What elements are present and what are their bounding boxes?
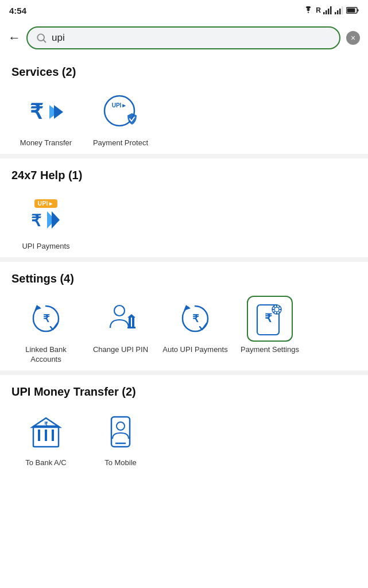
svg-rect-7 [342,6,343,14]
payment-protect-icon-box: UPI► [98,89,144,135]
to-bank-icon-box: ₹ [23,409,69,455]
signal2-icon [335,6,344,14]
change-upi-pin-label: Change UPI PIN [93,345,148,355]
change-upi-pin-svg [102,301,139,336]
settings-section: Settings (4) ₹ Linked Bank Accounts [0,262,368,370]
back-button[interactable]: ← [8,30,21,45]
svg-rect-26 [127,327,135,328]
payment-settings-label: Payment Settings [241,345,299,355]
svg-text:UPI►: UPI► [112,102,127,109]
svg-rect-6 [339,9,341,14]
money-transfer-item[interactable]: ₹ Money Transfer [11,89,80,148]
upi-payments-item[interactable]: UPI► ₹ UPI Payments [11,192,80,252]
svg-marker-20 [52,211,60,229]
upi-payments-icon: UPI► ₹ [31,199,61,231]
svg-rect-46 [52,430,54,441]
svg-rect-2 [328,9,330,14]
payment-protect-svg: UPI► [102,95,139,129]
auto-upi-icon-box: ₹ [172,296,218,342]
svg-text:₹: ₹ [44,421,48,427]
svg-rect-4 [335,12,336,14]
help-grid: UPI► ₹ UPI Payments [11,192,357,252]
to-bank-label: To Bank A/C [25,458,67,468]
money-transfer-icon-box: ₹ [23,89,69,135]
svg-text:₹: ₹ [43,313,50,324]
svg-rect-9 [358,9,359,11]
divider-3 [0,370,368,375]
status-icons: R [303,6,359,14]
divider-2 [0,257,368,262]
auto-upi-item[interactable]: ₹ Auto UPI Payments [161,296,230,365]
help-title: 24x7 Help (1) [11,169,357,182]
svg-point-23 [114,305,125,316]
services-title: Services (2) [11,65,357,79]
to-bank-item[interactable]: ₹ To Bank A/C [11,409,80,468]
payment-protect-item[interactable]: UPI► Payment Protect [86,89,155,148]
to-mobile-svg [102,413,139,450]
upi-money-section: UPI Money Transfer (2) ₹ To Bank A/C [0,375,368,474]
svg-rect-45 [45,430,47,441]
svg-point-49 [117,422,125,430]
to-mobile-icon-box [98,409,144,455]
services-section: Services (2) ₹ Money Transfer [0,55,368,154]
svg-line-12 [44,40,46,42]
change-upi-pin-item[interactable]: Change UPI PIN [86,296,155,365]
upi-badge: UPI► [34,199,58,208]
svg-rect-25 [132,318,134,328]
auto-upi-svg: ₹ [177,301,214,336]
svg-rect-48 [111,417,130,447]
battery-icon [346,7,359,14]
svg-rect-3 [330,6,332,14]
payment-protect-label: Payment Protect [93,138,148,148]
payment-settings-icon-box: ₹ [247,296,293,342]
search-icon [36,32,47,44]
linked-bank-icon-box: ₹ [23,296,69,342]
wifi-icon [303,6,313,14]
upi-money-grid: ₹ To Bank A/C To Mobile [11,409,357,468]
linked-bank-item[interactable]: ₹ Linked Bank Accounts [11,296,80,365]
settings-grid: ₹ Linked Bank Accounts [11,296,357,365]
to-mobile-label: To Mobile [104,458,137,468]
svg-marker-27 [127,314,135,318]
services-grid: ₹ Money Transfer UPI► [11,89,357,148]
to-bank-svg: ₹ [28,413,64,450]
divider-1 [0,154,368,158]
svg-text:₹: ₹ [30,100,43,123]
signal1-icon [323,6,332,14]
svg-marker-21 [34,305,41,311]
change-upi-pin-icon-box [98,296,144,342]
payment-settings-item[interactable]: ₹ Payment Settings [235,296,304,365]
money-transfer-svg: ₹ [28,97,64,127]
svg-rect-0 [323,12,325,14]
clear-button[interactable]: × [346,31,360,45]
svg-rect-24 [129,318,131,328]
svg-text:₹: ₹ [31,212,41,230]
svg-text:₹: ₹ [265,312,272,324]
svg-rect-5 [337,10,339,14]
svg-rect-44 [38,430,40,441]
settings-title: Settings (4) [11,272,357,285]
linked-bank-svg: ₹ [28,301,64,336]
money-transfer-label: Money Transfer [20,138,72,148]
svg-marker-15 [54,105,63,119]
search-box [26,26,340,49]
upi-money-title: UPI Money Transfer (2) [11,385,357,399]
payment-settings-svg: ₹ [251,301,288,336]
help-section: 24x7 Help (1) UPI► ₹ UPI Payments [0,158,368,257]
auto-upi-label: Auto UPI Payments [162,345,227,355]
search-input[interactable] [52,32,331,44]
upi-payment-arrows: ₹ [31,209,61,231]
svg-text:₹: ₹ [192,313,199,324]
to-mobile-item[interactable]: To Mobile [86,409,155,468]
svg-marker-28 [184,305,191,311]
search-area: ← × [0,21,368,55]
svg-rect-1 [326,10,327,14]
linked-bank-label: Linked Bank Accounts [11,345,80,365]
status-bar: 4:54 R [0,0,368,21]
time: 4:54 [9,6,26,16]
upi-payments-label: UPI Payments [22,242,69,252]
svg-rect-10 [347,9,355,13]
upi-payments-icon-box: UPI► ₹ [23,192,69,238]
network-r: R [316,6,321,14]
